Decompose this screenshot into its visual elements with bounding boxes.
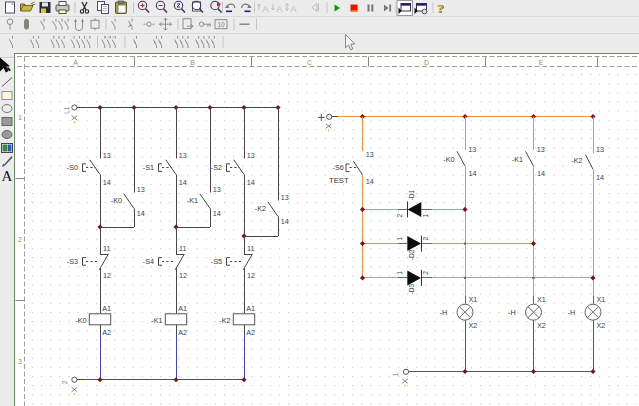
svg-text:-H: -H xyxy=(508,308,516,317)
svg-text:L1: L1 xyxy=(63,106,70,114)
svg-text:-S4: -S4 xyxy=(143,257,154,266)
svg-text:14: 14 xyxy=(537,169,545,178)
svg-text:11: 11 xyxy=(247,244,254,253)
svg-text:A1: A1 xyxy=(102,304,111,313)
svg-text:X1: X1 xyxy=(469,295,478,304)
svg-text:14: 14 xyxy=(137,209,145,218)
svg-text:14: 14 xyxy=(281,217,289,226)
svg-text:13: 13 xyxy=(281,193,289,202)
svg-text:2: 2 xyxy=(18,236,22,243)
svg-text:-H: -H xyxy=(568,308,576,317)
svg-text:14: 14 xyxy=(247,178,255,187)
svg-text:-K0: -K0 xyxy=(75,316,86,325)
svg-text:X2: X2 xyxy=(469,321,478,330)
svg-text:-S6: -S6 xyxy=(333,163,344,172)
svg-text:3: 3 xyxy=(18,358,22,365)
svg-text:-D2: -D2 xyxy=(409,249,416,260)
svg-text:14: 14 xyxy=(366,177,374,186)
svg-text:-S3: -S3 xyxy=(67,257,78,266)
svg-text:11: 11 xyxy=(179,244,186,253)
svg-text:-H: -H xyxy=(440,308,448,317)
svg-text:13: 13 xyxy=(137,185,145,194)
svg-text:14: 14 xyxy=(179,178,187,187)
svg-text:1: 1 xyxy=(396,236,403,240)
svg-text:TEST: TEST xyxy=(329,176,349,185)
svg-text:13: 13 xyxy=(179,151,187,160)
svg-text:2: 2 xyxy=(396,214,403,218)
svg-text:2: 2 xyxy=(422,236,429,240)
svg-text:A2: A2 xyxy=(246,328,255,337)
svg-text:1: 1 xyxy=(423,214,430,218)
svg-text:-D1: -D1 xyxy=(409,189,416,200)
svg-text:14: 14 xyxy=(469,169,477,178)
svg-text:2: 2 xyxy=(422,271,429,275)
svg-text:13: 13 xyxy=(366,150,374,159)
svg-text:X1: X1 xyxy=(537,295,546,304)
svg-text:-K0: -K0 xyxy=(443,155,454,164)
svg-text:-S1: -S1 xyxy=(143,163,154,172)
svg-text:12: 12 xyxy=(247,271,255,280)
svg-text:13: 13 xyxy=(213,185,221,194)
svg-text:13: 13 xyxy=(537,145,545,154)
svg-text:1: 1 xyxy=(396,271,403,275)
svg-text:14: 14 xyxy=(103,178,111,187)
svg-text:-K1: -K1 xyxy=(512,155,523,164)
svg-text:B: B xyxy=(190,59,195,66)
svg-text:-S2: -S2 xyxy=(211,163,222,172)
svg-text:-K2: -K2 xyxy=(571,156,582,165)
svg-text:2: 2 xyxy=(61,380,68,384)
svg-text:12: 12 xyxy=(179,271,187,280)
svg-text:A1: A1 xyxy=(178,304,187,313)
svg-text:13: 13 xyxy=(103,151,111,160)
svg-text:C: C xyxy=(307,59,312,66)
svg-text:-K2: -K2 xyxy=(219,316,230,325)
svg-text:A2: A2 xyxy=(102,328,111,337)
svg-text:A2: A2 xyxy=(178,328,187,337)
svg-text:1: 1 xyxy=(392,372,399,376)
svg-text:X2: X2 xyxy=(597,321,606,330)
svg-text:14: 14 xyxy=(596,173,604,182)
svg-text:13: 13 xyxy=(247,151,255,160)
svg-text:-S0: -S0 xyxy=(67,163,78,172)
svg-text:-S5: -S5 xyxy=(211,257,222,266)
svg-text:1: 1 xyxy=(18,114,22,121)
svg-text:13: 13 xyxy=(596,145,604,154)
svg-text:E: E xyxy=(539,59,544,66)
svg-text:12: 12 xyxy=(103,271,111,280)
svg-text:-D3: -D3 xyxy=(409,283,416,294)
svg-text:-K1: -K1 xyxy=(187,196,198,205)
svg-text:A: A xyxy=(73,59,78,66)
svg-text:-K0: -K0 xyxy=(111,196,122,205)
svg-text:X1: X1 xyxy=(597,295,606,304)
svg-text:-K1: -K1 xyxy=(151,316,162,325)
svg-text:D: D xyxy=(424,59,429,66)
svg-text:A: A xyxy=(2,168,13,184)
svg-text:11: 11 xyxy=(103,244,110,253)
svg-text:13: 13 xyxy=(468,145,476,154)
svg-text:14: 14 xyxy=(213,209,221,218)
svg-text:-K2: -K2 xyxy=(255,204,266,213)
svg-text:X2: X2 xyxy=(537,321,546,330)
svg-text:A1: A1 xyxy=(246,304,255,313)
